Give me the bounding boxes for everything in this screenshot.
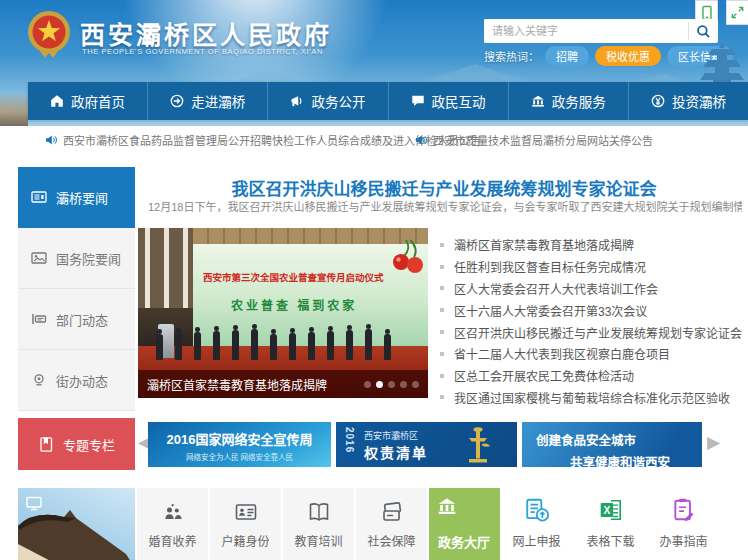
service-social-security[interactable]: 社会保障 [356, 488, 427, 560]
service-education-training[interactable]: 教育培训 [283, 488, 354, 560]
news-list-item[interactable]: 区总工会开展农民工免费体检活动 [440, 365, 742, 387]
banner-line1: 创建食品安全城市 [536, 430, 702, 449]
news-list-item[interactable]: 省十二届人大代表到我区视察白鹿仓项目 [440, 343, 742, 365]
nav-item-label: 政务服务 [552, 91, 606, 111]
temple-roof-decoration [18, 488, 135, 560]
person-silhouette [346, 330, 353, 360]
service-guide[interactable]: 办事指南 [648, 488, 719, 560]
nav-item-label: 政府首页 [71, 91, 125, 111]
banner-cybersecurity-week[interactable]: 2016国家网络安全宣传周 网络安全为人民 网络安全靠人民 [148, 422, 331, 467]
top-story-summary: 12月18日下午，我区召开洪庆山移民搬迁与产业发展统筹规划专家论证会，与会专家听… [148, 198, 742, 214]
service-label: 办事指南 [648, 532, 719, 549]
search-button[interactable] [688, 22, 718, 40]
carousel-dot[interactable] [400, 381, 407, 388]
service-hall-icon [437, 496, 457, 516]
hot-tag-tax[interactable]: 税收优惠 [595, 46, 661, 66]
service-online-report[interactable]: 网上申报 [501, 488, 572, 560]
banner-title: 权责清单 [364, 442, 428, 462]
tab-baqiao-news[interactable]: 灞桥要闻 [18, 167, 135, 228]
photo-edge-decoration [0, 94, 28, 126]
cherry-decoration [386, 238, 426, 282]
nav-item-invest[interactable]: 投资灞桥 [629, 82, 748, 120]
magnifier-icon [696, 24, 711, 39]
social-cards-icon [380, 500, 404, 524]
megaphone-icon [290, 94, 304, 108]
carousel-dot[interactable] [364, 381, 371, 388]
carousel-dot[interactable] [388, 381, 395, 388]
crowd-silhouettes [156, 314, 420, 360]
id-card-icon [234, 500, 258, 524]
service-hall-tile[interactable]: 政务大厅 [429, 488, 500, 560]
person-silhouette [270, 334, 277, 360]
nav-item-interaction[interactable]: 政民互动 [389, 82, 509, 120]
nav-item-label: 走进灞桥 [191, 91, 245, 111]
news-list-item[interactable]: 区召开洪庆山移民搬迁与产业发展统筹规划专家论证会 [440, 321, 742, 343]
banner-line2: 共享健康和谐西安 [570, 452, 702, 467]
nav-item-services[interactable]: 政务服务 [509, 82, 629, 120]
service-form-download[interactable]: X 表格下载 [575, 488, 646, 560]
news-list-item[interactable]: 我区通过国家樱桃与葡萄栽培综合标准化示范区验收 [440, 387, 742, 409]
banner-title: 2016国家网络安全宣传周 [148, 429, 331, 448]
news-list-item[interactable]: 灞桥区首家禁毒教育基地落成揭牌 [440, 234, 742, 256]
service-label: 社会保障 [356, 532, 427, 549]
tab-street-office-updates[interactable]: 街办动态 [18, 350, 135, 411]
form-download-icon: X [598, 497, 624, 523]
nav-item-about[interactable]: 走进灞桥 [148, 82, 268, 120]
service-label: 政务大厅 [438, 532, 490, 551]
person-silhouette [327, 331, 334, 360]
special-topics-block[interactable]: 专题专栏 [18, 418, 135, 470]
carousel-dots [364, 381, 419, 388]
national-emblem-icon [26, 9, 72, 59]
fullscreen-arrows-icon [730, 5, 745, 20]
gov-building-icon [531, 94, 545, 108]
online-service-photo-tile[interactable] [18, 488, 135, 560]
news-photo-carousel[interactable]: 西安市第三次全国农业普查宣传月启动仪式 农业普查 福到农家 灞桥区首家禁毒教育基… [138, 228, 428, 398]
news-list-item[interactable]: 区十六届人大常委会召开第33次会议 [440, 299, 742, 321]
service-label: 婚育收养 [137, 532, 208, 549]
nav-item-home[interactable]: 政府首页 [28, 82, 148, 120]
banner-year: 2016 [344, 427, 355, 453]
tab-state-council-news[interactable]: 国务院要闻 [18, 228, 135, 289]
site-subtitle: THE PEOPLE'S GOVERNMENT OF BAQIAO DISTRI… [82, 47, 323, 56]
picture-icon [31, 250, 47, 266]
banner-power-list[interactable]: 2016 西安市灞桥区 权责清单 [336, 422, 517, 467]
person-silhouette [232, 330, 239, 360]
top-story-headline[interactable]: 我区召开洪庆山移民搬迁与产业发展统筹规划专家论证会 [150, 175, 738, 200]
stage-banner-line2: 农业普查 福到农家 [231, 296, 357, 313]
banner-next-arrow[interactable]: ▶ [707, 430, 720, 456]
service-household-identity[interactable]: 户籍身份 [210, 488, 281, 560]
tab-department-updates[interactable]: 部门动态 [18, 289, 135, 350]
hot-tag-recruit[interactable]: 招聘 [545, 46, 589, 66]
speaker-icon [45, 134, 57, 146]
service-label: 教育培训 [283, 532, 354, 549]
service-marriage-adoption[interactable]: 婚育收养 [137, 488, 208, 560]
nav-item-label: 政务公开 [311, 91, 365, 111]
search-input[interactable] [484, 19, 688, 43]
person-silhouette [308, 332, 315, 360]
news-tab-list: 灞桥要闻 国务院要闻 部门动态 街办动态 [18, 167, 135, 411]
person-silhouette [213, 331, 220, 360]
ticker-item[interactable]: 西安市质量技术监督局灞桥分局网站关停公告 [415, 132, 653, 148]
service-guide-icon [671, 497, 697, 523]
tab-label: 灞桥要闻 [56, 188, 108, 207]
news-list-item[interactable]: 任胜利到我区督查目标任务完成情况 [440, 256, 742, 278]
newspaper-icon [31, 189, 47, 205]
summary-text: 12月18日下午，我区召开洪庆山移民搬迁与产业发展统筹规划专家论证会，与会专家听… [148, 201, 742, 213]
carousel-dot[interactable] [412, 381, 419, 388]
banner-subtitle: 网络安全为人民 网络安全靠人民 [148, 451, 331, 462]
banner-food-safety-city[interactable]: 创建食品安全城市 共享健康和谐西安 [522, 422, 702, 467]
person-silhouette [365, 329, 372, 360]
nav-item-openness[interactable]: 政务公开 [268, 82, 388, 120]
department-icon [31, 311, 47, 327]
huabiao-column-icon [465, 424, 491, 466]
education-book-icon [307, 500, 331, 524]
fullscreen-button[interactable] [726, 0, 748, 25]
carousel-dot[interactable] [376, 381, 383, 388]
baqiao-gov-homepage: 西安灞桥区人民政府 THE PEOPLE'S GOVERNMENT OF BAQ… [0, 0, 748, 560]
carousel-caption[interactable]: 灞桥区首家禁毒教育基地落成揭牌 [147, 376, 327, 393]
pagoda-decoration [700, 42, 744, 84]
tab-label: 部门动态 [56, 310, 108, 329]
special-topics-label: 专题专栏 [63, 435, 115, 454]
news-list-item[interactable]: 区人大常委会召开人大代表培训工作会 [440, 278, 742, 300]
hot-search-row: 搜索热词： 招聘 税收优惠 区长信箱 [484, 46, 733, 66]
